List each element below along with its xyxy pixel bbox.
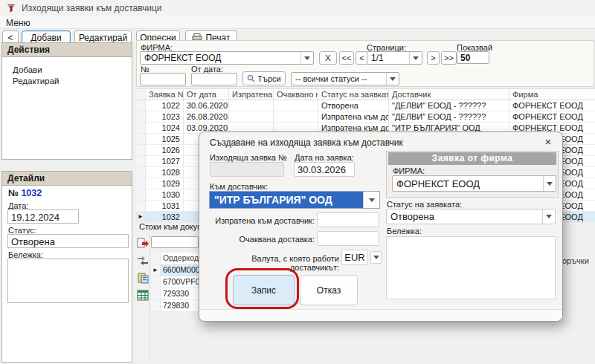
filter-panel: ФИРМА: ФОРНЕКСТ ЕООД X << < Страници: 1/…	[136, 40, 594, 87]
table-cell	[229, 111, 274, 122]
action-link-add[interactable]: Добави	[13, 65, 42, 74]
next-page-button[interactable]: >	[427, 51, 440, 65]
chevron-down-icon	[363, 192, 379, 208]
chevron-down-icon	[386, 73, 399, 85]
outgoing-no-input	[210, 162, 284, 177]
details-number-value: 1032	[21, 188, 42, 198]
table-cell: 1028	[146, 167, 184, 178]
details-number-sign: №	[8, 188, 19, 198]
table-cell: 1022	[146, 100, 184, 111]
firm-panel-title: Заявка от фирма	[388, 152, 556, 165]
column-header[interactable]: Статус на заявката	[318, 89, 389, 100]
first-page-button[interactable]: <<	[339, 51, 354, 65]
transfer-icon[interactable]	[137, 256, 149, 266]
dialog-note-textarea[interactable]	[386, 236, 556, 299]
chevron-down-icon	[542, 209, 555, 224]
expected-delivery-input[interactable]	[317, 231, 379, 246]
row-selector	[136, 201, 146, 211]
row-selector	[136, 111, 146, 122]
column-header[interactable]: Изпратена на	[229, 89, 274, 100]
column-header[interactable]: Доставчик	[389, 89, 509, 100]
number-input[interactable]	[140, 73, 186, 85]
firm-select-value: ФОРНЕКСТ ЕООД	[141, 53, 300, 63]
last-page-button[interactable]: >>	[441, 51, 457, 65]
chevron-down-icon	[409, 52, 422, 64]
page-select-value: 1/1	[367, 53, 409, 63]
table-cell: ФОРНЕКСТ ЕООД	[509, 100, 595, 111]
column-header[interactable]: От дата	[184, 89, 229, 100]
search-button[interactable]: Търси	[242, 71, 286, 85]
header-selector	[136, 89, 146, 100]
row-selector	[136, 145, 146, 155]
orders-tab-fragment[interactable]: оръчки	[562, 256, 589, 265]
row-selector	[136, 100, 146, 111]
from-date-input[interactable]	[191, 73, 237, 85]
row-selector	[136, 123, 146, 133]
menu-item-menu[interactable]: Меню	[6, 18, 30, 28]
table-row[interactable]: 102326.08.2020Изпратена към доставчика"Д…	[136, 111, 595, 123]
table-cell: 1029	[146, 178, 184, 189]
row-selector	[136, 134, 146, 144]
paste-icon[interactable]	[137, 272, 149, 284]
row-selector	[136, 167, 146, 178]
details-note-textarea[interactable]	[7, 259, 129, 303]
window-title: Изходящи заявки към доставчици	[22, 3, 162, 13]
search-icon	[247, 74, 255, 82]
request-date-label: Дата на заявка:	[295, 153, 354, 162]
dialog-note-label: Бележка:	[387, 227, 422, 235]
request-date-input[interactable]: 30.03.2026	[294, 162, 355, 177]
dialog-firm-select[interactable]: ФОРНЕКСТ ЕООД	[392, 175, 556, 192]
table-cell: 1027	[146, 156, 184, 166]
actions-panel: Действия Добави Редактирай	[1, 42, 132, 160]
table-cell	[229, 100, 274, 111]
page-select[interactable]: 1/1	[367, 51, 422, 65]
column-header[interactable]: Фирма	[509, 89, 595, 100]
action-link-edit[interactable]: Редактирай	[13, 77, 59, 85]
sent-to-supplier-input[interactable]	[317, 212, 379, 227]
close-icon[interactable]: ×	[541, 135, 555, 148]
outgoing-no-label: Изходяща заявка №	[210, 153, 287, 162]
details-panel-title: Детайли	[2, 172, 132, 186]
table-cell: Изпратена към доставчика	[318, 111, 389, 122]
cancel-button[interactable]: Отказ	[300, 275, 358, 305]
supplier-select[interactable]: "ИТР БЪЛГАРИЯ" ООД	[209, 191, 380, 209]
row-selector: ►	[151, 264, 161, 276]
table-header-row: Заявка № От дата Изпратена на Очаквано н…	[136, 89, 595, 100]
row-selector	[136, 189, 146, 200]
dialog-status-label: Статус на заявката:	[387, 200, 462, 209]
table-cell: ФОРНЕКСТ ЕООД	[509, 111, 595, 122]
supplier-select-value: "ИТР БЪЛГАРИЯ" ООД	[210, 192, 363, 208]
clear-firm-button[interactable]: X	[319, 51, 337, 65]
save-button[interactable]: Запис	[233, 275, 295, 305]
firm-select[interactable]: ФОРНЕКСТ ЕООД	[140, 51, 314, 65]
status-filter-select[interactable]: -- всички статуси --	[291, 72, 399, 85]
row-selector	[136, 178, 146, 189]
chevron-down-icon	[300, 52, 313, 64]
table-cell: 1026	[146, 145, 184, 155]
table-cell: 26.08.2020	[184, 111, 229, 122]
table-row[interactable]: 102230.06.2020Отворена"ДЕЛВИ" ЕООД - ???…	[136, 100, 595, 111]
goods-search-input[interactable]	[151, 236, 199, 248]
show-count-input[interactable]: 50	[457, 51, 489, 64]
details-status-input[interactable]: Отворена	[7, 234, 129, 248]
export-icon[interactable]	[137, 238, 149, 250]
dialog-firm-value: ФОРНЕКСТ ЕООД	[393, 178, 543, 189]
dialog-status-select[interactable]: Отворена	[386, 209, 556, 224]
column-header[interactable]: Заявка №	[146, 89, 184, 100]
table-cell: 1024	[146, 123, 184, 133]
excel-icon[interactable]	[137, 290, 149, 301]
expected-delivery-label: Очаквана доставка:	[214, 235, 315, 244]
details-date-input[interactable]: 19.12.2024	[7, 209, 79, 224]
app-icon	[6, 3, 16, 13]
search-button-label: Търси	[257, 74, 280, 83]
row-selector	[136, 156, 146, 166]
chevron-down-icon[interactable]	[370, 251, 382, 264]
chevron-down-icon	[543, 176, 556, 191]
to-supplier-label: Към доставчик:	[210, 182, 268, 191]
column-header[interactable]: Очаквано на	[274, 89, 318, 100]
table-cell: 1030	[146, 189, 184, 200]
table-cell	[274, 100, 318, 111]
currency-select-value[interactable]: EUR	[341, 250, 368, 265]
row-selector: ►	[136, 212, 146, 222]
table-cell: "ДЕЛВИ" ЕООД - ??????	[389, 100, 509, 111]
